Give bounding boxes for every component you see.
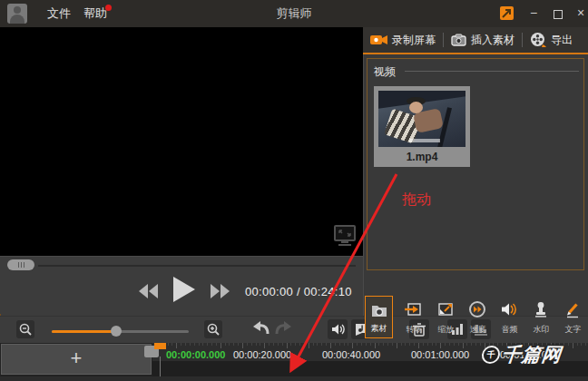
video-thumbnail-1mp4[interactable]: 1.mp4 [374, 86, 470, 167]
tab-speed[interactable]: 速度 [464, 296, 492, 338]
stamp-icon [532, 300, 550, 322]
fast-forward-button[interactable] [210, 284, 230, 302]
tab-scale[interactable]: 缩放 [432, 296, 460, 338]
tab-text-label: 文字 [559, 324, 587, 336]
speed-circle-icon [468, 300, 486, 322]
thumbnail-filename: 1.mp4 [374, 151, 470, 163]
titlebar-badge-icon[interactable] [500, 6, 514, 20]
transition-arrow-icon [405, 300, 423, 322]
volume-button[interactable] [328, 319, 348, 339]
insert-camera-icon [451, 34, 466, 46]
menu-help[interactable]: 帮助 [83, 0, 107, 27]
avatar-head-icon [14, 6, 21, 14]
slider-knob[interactable] [111, 326, 122, 337]
tab-audio-label: 音频 [495, 324, 524, 336]
user-avatar[interactable] [7, 4, 27, 24]
record-screen-label: 录制屏幕 [392, 33, 436, 48]
thumbnail-image [378, 91, 466, 147]
zoom-out-button[interactable] [16, 320, 34, 338]
ruler-label: 00:00:20.000 [233, 349, 291, 360]
site-watermark: 千 千篇网 [481, 342, 564, 367]
record-camera-icon [370, 34, 387, 46]
seek-handle[interactable] [7, 259, 34, 270]
tab-scale-label: 缩放 [432, 324, 460, 336]
tab-material[interactable]: 素材 [365, 296, 393, 338]
watermark-logo-icon: 千 [481, 346, 501, 364]
minimize-button[interactable]: − [523, 0, 544, 27]
rewind-button[interactable] [139, 284, 159, 302]
export-button[interactable]: 导出 [523, 27, 580, 53]
watermark-text: 千篇网 [501, 342, 564, 367]
zoom-in-button[interactable] [204, 320, 222, 338]
tab-audio[interactable]: 音频 [495, 296, 524, 338]
tab-material-label: 素材 [366, 323, 392, 335]
ruler-label-current: 00:00:00.000 [166, 349, 225, 360]
playhead-line [160, 357, 161, 376]
app-window: 文件 帮助 剪辑师 − × 00:00:00 / 00:24:10 [0, 0, 588, 381]
tab-speed-label: 速度 [464, 324, 492, 336]
timeline-bottom-strip [0, 376, 588, 381]
tab-watermark-label: 水印 [527, 324, 555, 336]
section-divider [405, 71, 579, 72]
maximize-icon [554, 10, 563, 19]
ruler-label: 00:01:00.000 [411, 349, 469, 360]
panel-actions: 录制屏幕 插入素材 导出 [363, 27, 588, 54]
help-notification-dot [105, 5, 112, 11]
ruler-label: 00:00:40.000 [322, 349, 380, 360]
menu-file[interactable]: 文件 [47, 0, 71, 27]
scale-arrows-icon [436, 300, 455, 322]
badge-arrow-icon [500, 6, 514, 20]
record-screen-button[interactable]: 录制屏幕 [363, 27, 443, 53]
playhead-flag[interactable] [154, 343, 166, 349]
export-label: 导出 [551, 33, 573, 48]
video-section-label: 视频 [374, 64, 396, 80]
close-button[interactable]: × [570, 0, 588, 27]
avatar-body-icon [10, 15, 24, 24]
material-folder-icon [370, 301, 388, 323]
video-preview [0, 27, 363, 256]
seek-track[interactable] [38, 265, 356, 267]
tab-transition[interactable]: 转场 [400, 296, 428, 338]
insert-material-label: 插入素材 [471, 33, 514, 48]
redo-button[interactable] [275, 319, 293, 341]
tab-transition-label: 转场 [400, 324, 428, 336]
undo-button[interactable] [251, 319, 270, 341]
drag-annotation-label: 拖动 [402, 190, 431, 210]
maximize-button[interactable] [546, 0, 568, 27]
tab-watermark[interactable]: 水印 [527, 296, 555, 338]
insert-material-button[interactable]: 插入素材 [444, 27, 522, 53]
play-button[interactable] [173, 277, 195, 306]
audio-speaker-icon [500, 300, 518, 322]
export-reel-icon [530, 32, 546, 48]
slider-fill [52, 330, 116, 333]
fit-screen-icon[interactable] [332, 223, 358, 250]
time-display: 00:00:00 / 00:24:10 [245, 285, 352, 298]
timeline-zoom-slider[interactable] [52, 327, 189, 335]
tab-text[interactable]: 文字 [559, 296, 587, 338]
add-track-button[interactable]: + [1, 344, 152, 375]
pencil-icon [564, 300, 582, 322]
